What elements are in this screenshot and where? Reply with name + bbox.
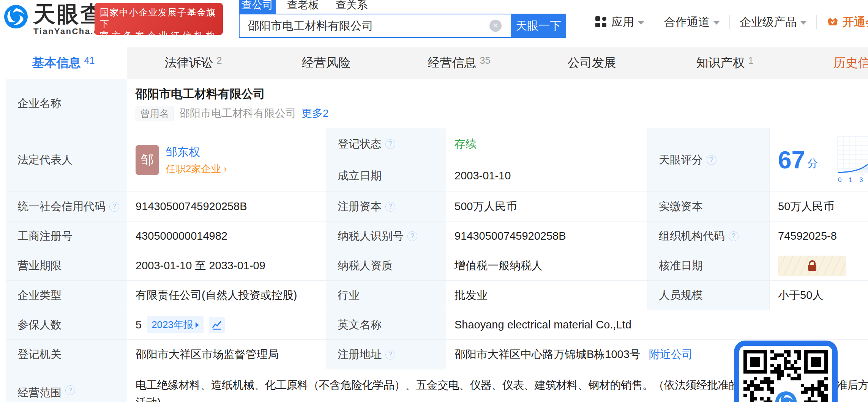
- section-tabbar: 基本信息 41 法律诉讼 2 经营风险 经营信息 35 公司发展 知识产权 1: [0, 47, 868, 79]
- search-tab-relation[interactable]: 查关系: [336, 0, 368, 12]
- help-icon[interactable]: ?: [65, 385, 75, 395]
- field-label-taxpayer-id: 纳税人识别号 ?: [326, 221, 446, 251]
- tab-label: 公司发展: [568, 55, 616, 71]
- field-label-taxpayer-quality: 纳税人资质: [326, 251, 446, 281]
- tab-history-info[interactable]: 历史信息: [791, 47, 868, 79]
- staff-size-value: 小于50人: [770, 281, 868, 310]
- annual-report-link[interactable]: 2023年报: [147, 316, 204, 333]
- help-icon[interactable]: ?: [707, 155, 716, 165]
- legal-rep-positions-link[interactable]: 任职2家企业 ›: [166, 162, 227, 176]
- reg-number-value: 430500000014982: [127, 221, 326, 251]
- search-button[interactable]: 天眼一下: [511, 14, 566, 38]
- menu-cooperation[interactable]: 合作通道: [664, 14, 720, 30]
- qr-center-logo: [772, 388, 800, 402]
- label-text: 纳税人资质: [338, 258, 393, 273]
- field-label-business-scope: 经营范围 ?: [6, 369, 127, 402]
- chart-tick-0: 0: [838, 176, 841, 184]
- company-qr-code: [734, 341, 838, 402]
- menu-open-vip[interactable]: 开通会员: [827, 14, 868, 30]
- insured-trend-chart-button[interactable]: [209, 317, 225, 333]
- search-tab-boss[interactable]: 查老板: [287, 0, 319, 12]
- tab-count: 35: [480, 55, 491, 66]
- tab-label: 法律诉讼: [165, 55, 213, 71]
- label-text: 人员规模: [659, 288, 703, 303]
- menu-vip-label: 开通会员: [843, 14, 868, 30]
- field-label-staff-size: 人员规模: [647, 281, 770, 310]
- field-label-reg-authority: 登记机关: [6, 340, 127, 369]
- help-icon[interactable]: ?: [385, 350, 395, 360]
- help-icon[interactable]: ?: [109, 202, 119, 212]
- value-text: 5: [136, 319, 142, 331]
- nearby-companies-link[interactable]: 附近公司: [649, 347, 693, 362]
- arrow-right-icon: [196, 322, 199, 328]
- value-text: 邵阳市大祥区市场监督管理局: [136, 347, 279, 362]
- field-label-score: 天眼评分 ?: [647, 128, 770, 192]
- company-name: 邵阳市电工材料有限公司: [136, 86, 265, 102]
- credit-code-value: 91430500745920258B: [127, 192, 326, 221]
- field-label-establish-date: 成立日期: [326, 160, 446, 192]
- tab-intellectual-property[interactable]: 知识产权 1: [658, 47, 791, 79]
- reg-capital-value: 500万人民币: [446, 192, 647, 221]
- tab-company-development[interactable]: 公司发展: [526, 47, 658, 79]
- label-text: 天眼评分: [659, 152, 703, 168]
- insured-value: 5 2023年报: [127, 310, 326, 340]
- more-former-names-link[interactable]: 更多2: [301, 106, 329, 121]
- field-label-legal-rep: 法定代表人: [6, 128, 127, 192]
- former-name: 邵阳市电工材科有限公司: [179, 106, 296, 121]
- value-text: 小于50人: [778, 288, 823, 303]
- chevron-down-icon: [713, 21, 720, 25]
- legal-rep-cell: 邹 邹东权 任职2家企业 ›: [127, 128, 326, 192]
- field-label-paid-capital: 实缴资本: [647, 192, 770, 221]
- taxpayer-quality-value: 增值税一般纳税人: [446, 251, 647, 281]
- tab-legal-litigation[interactable]: 法律诉讼 2: [127, 47, 260, 79]
- chevron-right-icon: ›: [224, 163, 227, 174]
- label-text: 登记状态: [338, 137, 382, 152]
- label-text: 实缴资本: [659, 199, 703, 214]
- value-text: 430500000014982: [136, 230, 227, 242]
- company-type-value: 有限责任公司(自然人投资或控股): [127, 281, 326, 310]
- score-cell[interactable]: 67 分: [770, 128, 868, 192]
- help-icon[interactable]: ?: [729, 231, 739, 241]
- business-term-value: 2003-01-10 至 2033-01-09: [127, 251, 326, 281]
- help-icon[interactable]: ?: [385, 139, 395, 149]
- field-label-credit-code: 统一社会信用代码 ?: [6, 192, 127, 221]
- help-icon[interactable]: ?: [407, 231, 417, 241]
- tab-operation-risk[interactable]: 经营风险: [260, 47, 393, 79]
- help-icon[interactable]: ?: [385, 202, 395, 212]
- menu-apps[interactable]: 应用: [595, 14, 644, 30]
- menu-divider: [729, 15, 730, 29]
- apps-grid-icon: [595, 16, 607, 28]
- clear-search-icon[interactable]: ×: [489, 20, 502, 32]
- tab-count: 2: [217, 55, 222, 66]
- score-mini-chart: 0 1 3 15: [837, 136, 868, 184]
- menu-divider: [654, 15, 654, 29]
- org-code-value: 74592025-8: [770, 221, 868, 251]
- menu-enterprise-products[interactable]: 企业级产品: [740, 14, 806, 30]
- industry-value: 批发业: [446, 281, 647, 310]
- tab-label: 经营风险: [302, 55, 350, 71]
- search-tabs: 查公司 查老板 查关系: [239, 0, 566, 14]
- label-text: 经营范围: [17, 385, 62, 400]
- label-text: 行业: [338, 288, 360, 303]
- field-label-org-code: 组织机构代码 ?: [647, 221, 770, 251]
- vip-locked-field[interactable]: [778, 256, 846, 276]
- menu-enterprise-label: 企业级产品: [740, 14, 797, 30]
- tab-count: 41: [84, 55, 95, 66]
- positions-text: 任职2家企业: [166, 163, 221, 174]
- line-chart-icon: [212, 320, 222, 330]
- search-input[interactable]: [239, 14, 511, 38]
- taxpayer-id-value: 91430500745920258B: [446, 221, 647, 251]
- tab-label: 基本信息: [32, 55, 81, 71]
- english-name-value: Shaoyang electrical material Co.,Ltd: [446, 310, 868, 340]
- tianyancha-company-page: 天眼查 TianYanCha.com 国家中小企业发展子基金旗下 官方备案企业征…: [0, 0, 868, 402]
- legal-rep-avatar[interactable]: 邹: [136, 145, 159, 175]
- value-text: 批发业: [455, 288, 488, 303]
- search-tab-company[interactable]: 查公司: [239, 0, 276, 14]
- chevron-down-icon: [638, 21, 644, 25]
- tab-business-info[interactable]: 经营信息 35: [393, 47, 526, 79]
- legal-rep-name-link[interactable]: 邹东权: [166, 144, 227, 160]
- menu-divider: [816, 15, 817, 29]
- tab-basic-info[interactable]: 基本信息 41: [0, 47, 127, 79]
- label-text: 核准日期: [659, 258, 703, 273]
- field-label-english-name: 英文名称: [326, 310, 446, 340]
